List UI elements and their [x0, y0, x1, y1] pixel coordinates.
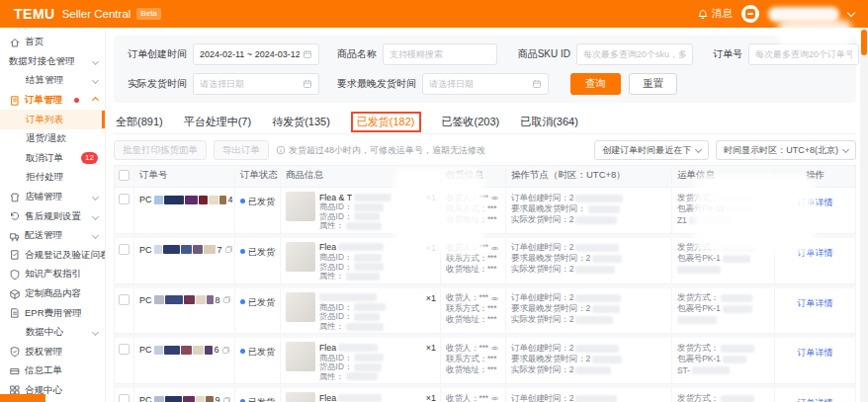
brand-logo: TEMU [14, 6, 55, 22]
avatar[interactable] [741, 5, 759, 23]
product-details: Flea商品ID：货品ID：属性： [319, 342, 435, 381]
sidebar-item-delivery-management[interactable]: 配送管理 [0, 226, 105, 246]
delivery-icon [9, 230, 21, 242]
sidebar-item-chargeback[interactable]: 拒付处理 [0, 168, 105, 188]
view-icon[interactable] [490, 194, 499, 202]
sku-id-field[interactable] [576, 43, 693, 65]
product-name-field[interactable] [383, 43, 497, 65]
chevron-down-icon[interactable] [847, 8, 855, 16]
order-suffix: 9 [216, 395, 220, 402]
tab-3-selected[interactable]: 已发货(182) [351, 112, 421, 132]
status-label: 已发货 [248, 196, 275, 231]
view-icon[interactable] [490, 344, 499, 353]
sidebar-item-data-warehouse[interactable]: 数据对接仓管理 [0, 52, 105, 72]
scrollbar-thumb[interactable] [861, 30, 867, 55]
row-checkbox[interactable] [119, 294, 130, 305]
product-quantity: ×1 [426, 243, 436, 253]
redacted-text [726, 205, 751, 213]
sidebar-item-epr-fees[interactable]: EPR费用管理 [0, 303, 105, 323]
filter-row-1: 订单创建时间 商品名称 商品SKU ID 订单号 [124, 43, 846, 65]
tab-4[interactable]: 已签收(203) [442, 115, 500, 129]
copy-icon[interactable] [222, 396, 231, 402]
sidebar-item-home[interactable]: 首页 [0, 33, 105, 52]
latest-ship-time-field[interactable] [422, 73, 549, 95]
row-checkbox[interactable] [119, 194, 130, 204]
table-body: PC4已发货Flea & T商品ID：货品ID：属性：×1收货人：***联系方式… [114, 188, 856, 402]
receiver-line: 联系方式：*** [446, 354, 500, 364]
order-detail-link[interactable]: 订单详情 [798, 247, 833, 281]
redacted-text [721, 244, 756, 252]
sidebar-item-settlement[interactable]: 结算管理 [0, 71, 105, 91]
order-detail-link[interactable]: 订单详情 [798, 197, 833, 231]
view-icon[interactable] [490, 394, 499, 402]
waybill-line: 包裹号PK-1 [677, 354, 769, 364]
sidebar-item-compliance-survey[interactable]: 合规登记及验证问卷 [0, 246, 105, 266]
copy-icon[interactable] [222, 295, 231, 304]
action-cell: 订单详情 [775, 188, 855, 233]
orders-table: 订单号订单状态商品信息收货信息操作节点（时区：UTC+8）运单信息操作 PC4已… [114, 165, 856, 402]
sidebar-item-order-management[interactable]: 订单管理 [0, 91, 105, 111]
messages-button[interactable]: 消息 [697, 7, 733, 21]
chevron-down-icon [842, 145, 849, 152]
actual-ship-time-field[interactable] [193, 73, 319, 95]
sidebar-item-data-center[interactable]: 数据中心 [0, 323, 105, 343]
latest-ship-time-input[interactable] [429, 79, 529, 89]
redacted-text [592, 255, 622, 263]
export-orders-button[interactable]: 导出订单 [214, 140, 269, 160]
actual-ship-time-input[interactable] [200, 79, 300, 89]
header-label: 订单状态 [240, 169, 278, 182]
copy-icon[interactable] [221, 346, 230, 355]
tab-2[interactable]: 待发货(135) [272, 115, 330, 129]
order-status-cell: 已发货 [235, 338, 281, 383]
order-detail-link[interactable]: 订单详情 [798, 347, 833, 381]
timezone-select[interactable]: 时间显示时区：UTC+8(北京) [716, 140, 856, 160]
sidebar-item-label: 结算管理 [26, 74, 63, 87]
sidebar-item-order-list[interactable]: 订单列表 [0, 110, 105, 129]
select-all-checkbox[interactable] [119, 170, 130, 181]
header-label: 商品信息 [286, 169, 323, 182]
order-no-input[interactable] [755, 49, 852, 59]
sidebar-item-aftersale-rules[interactable]: 售后规则设置 [0, 206, 105, 226]
tab-1[interactable]: 平台处理中(7) [184, 115, 251, 129]
search-button[interactable]: 查询 [570, 73, 621, 95]
sidebar-item-returns-refunds[interactable]: 退货/退款 [0, 129, 105, 149]
product-thumbnail [286, 242, 315, 272]
sidebar-item-custom-goods[interactable]: 定制商品内容 [0, 284, 105, 304]
redacted-text [575, 244, 619, 252]
tab-0[interactable]: 全部(891) [116, 115, 163, 129]
waybill-line [677, 315, 769, 326]
sidebar-item-cancelled-orders[interactable]: 取消订单12 [0, 149, 105, 169]
order-no-field[interactable] [748, 43, 859, 65]
sidebar-item-shop-management[interactable]: 店铺管理 [0, 188, 105, 207]
row-checkbox[interactable] [119, 394, 130, 402]
product-info-cell: Flea商品ID：货品ID：属性：×1 [281, 238, 441, 283]
view-icon[interactable] [490, 244, 499, 253]
order-detail-link[interactable]: 订单详情 [798, 297, 833, 332]
product-name: Seller Central [62, 8, 131, 20]
row-checkbox[interactable] [119, 244, 130, 255]
product-quantity: ×1 [426, 343, 436, 353]
row-checkbox[interactable] [119, 344, 130, 355]
sort-order-select[interactable]: 创建订单时间最近在下 [594, 140, 709, 160]
sidebar-item-auth-management[interactable]: 授权管理 [0, 343, 105, 362]
product-name-input[interactable] [390, 49, 490, 59]
order-create-time-field[interactable] [193, 43, 319, 65]
copy-icon[interactable] [224, 245, 233, 254]
chevron-down-icon [695, 145, 702, 152]
view-icon[interactable] [490, 294, 499, 303]
sku-id-input[interactable] [583, 49, 686, 59]
waybill-line: 发货方式： [677, 293, 769, 304]
order-suffix: 8 [216, 295, 220, 305]
tab-5[interactable]: 已取消(364) [520, 115, 578, 129]
sidebar-item-info-tickets[interactable]: 信息工单 [0, 362, 105, 381]
batch-print-button[interactable]: 批量打印拣货面单 [114, 140, 207, 160]
redacted-text [338, 394, 382, 402]
waybill-info-cell: 发货方式：包裹号PK-1 [672, 288, 775, 334]
redacted-text [723, 305, 752, 313]
receiver-info-cell: 收货人：***联系方式：*** [441, 388, 506, 402]
order-create-time-input[interactable] [200, 49, 300, 59]
sidebar-item-ip-guide[interactable]: 知识产权指引 [0, 265, 105, 284]
reset-button[interactable]: 重置 [629, 73, 677, 95]
order-detail-link[interactable]: 订单详情 [798, 397, 833, 402]
page-scrollbar[interactable] [860, 28, 868, 402]
